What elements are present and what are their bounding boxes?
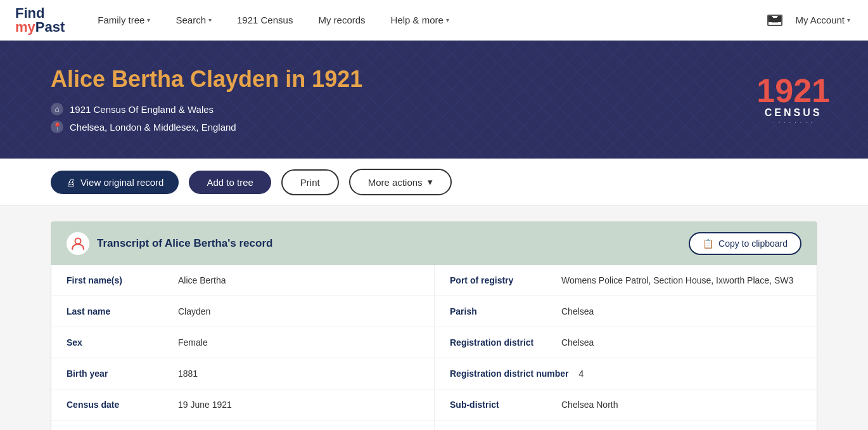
action-bar: 🖨 View original record Add to tree Print… (0, 159, 868, 206)
chevron-down-icon: ▾ (446, 16, 449, 23)
table-row: Census date 19 June 1921 (51, 389, 434, 420)
table-row: First name(s) Alice Bertha (51, 265, 434, 296)
transcript-title: Transcript of Alice Bertha's record (97, 237, 272, 250)
nav-item-search[interactable]: Search ▾ (163, 0, 224, 41)
add-to-tree-button[interactable]: Add to tree (189, 171, 271, 194)
hero-banner: Alice Bertha Clayden in 1921 ⌂ 1921 Cens… (0, 41, 868, 159)
svg-point-0 (75, 238, 81, 244)
table-row: Parish Chelsea (435, 296, 817, 327)
chevron-down-icon: ▾ (428, 176, 433, 188)
hero-title: Alice Bertha Clayden in 1921 (51, 66, 817, 93)
nav-item-help-more[interactable]: Help & more ▾ (378, 0, 462, 41)
table-row: Sex Female (51, 327, 434, 358)
nav-right: ✉ My Account ▾ (767, 0, 853, 41)
table-row: Port of registry Womens Police Patrol, S… (435, 265, 817, 296)
view-original-record-button[interactable]: 🖨 View original record (51, 171, 179, 194)
nav-item-my-records[interactable]: My records (305, 0, 378, 41)
navbar: Find my Past Family tree ▾ Search ▾ (0, 0, 868, 41)
home-icon: ⌂ (51, 103, 63, 115)
nav-item-my-account[interactable]: My Account ▾ (793, 0, 853, 41)
chevron-down-icon: ▾ (147, 16, 150, 23)
transcript-title-area: Transcript of Alice Bertha's record (67, 232, 272, 255)
print-button[interactable]: Print (281, 169, 339, 195)
table-row: Birth year 1881 (51, 358, 434, 389)
logo-find: Find (15, 6, 44, 20)
logo-past: Past (35, 20, 65, 34)
data-right-column: Port of registry Womens Police Patrol, S… (434, 265, 817, 430)
chevron-down-icon: ▾ (208, 16, 212, 23)
table-row: Age in years 39 (51, 420, 434, 430)
logo[interactable]: Find my Past (15, 6, 65, 34)
nav-item-family-tree[interactable]: Family tree ▾ (85, 0, 163, 41)
table-row: Sub-district number 1 (435, 420, 817, 430)
copy-to-clipboard-button[interactable]: 📋 Copy to clipboard (689, 232, 801, 255)
nav-item-1921-census[interactable]: 1921 Census (224, 0, 305, 41)
nav-items: Family tree ▾ Search ▾ 1921 Census My re… (85, 0, 767, 41)
table-row: Registration district number 4 (435, 358, 817, 389)
transcript-data-table: First name(s) Alice Bertha Last name Cla… (51, 265, 817, 430)
mail-icon[interactable]: ✉ (767, 15, 782, 26)
location-icon: 📍 (51, 121, 63, 133)
table-row: Last name Clayden (51, 296, 434, 327)
more-actions-button[interactable]: More actions ▾ (349, 169, 452, 195)
chevron-down-icon: ▾ (847, 16, 850, 23)
hero-location: 📍 Chelsea, London & Middlesex, England (51, 121, 817, 133)
table-row: Sub-district Chelsea North (435, 389, 817, 420)
document-icon: 🖨 (66, 177, 75, 188)
hero-content: Alice Bertha Clayden in 1921 ⌂ 1921 Cens… (51, 66, 817, 133)
table-row: Registration district Chelsea (435, 327, 817, 358)
hero-meta: ⌂ 1921 Census Of England & Wales 📍 Chels… (51, 103, 817, 133)
person-icon (67, 232, 89, 255)
clipboard-icon: 📋 (703, 238, 713, 249)
transcript-header: Transcript of Alice Bertha's record 📋 Co… (51, 222, 817, 265)
hero-collection: ⌂ 1921 Census Of England & Wales (51, 103, 817, 115)
data-left-column: First name(s) Alice Bertha Last name Cla… (51, 265, 434, 430)
logo-my: my (15, 20, 35, 34)
transcript-section: Transcript of Alice Bertha's record 📋 Co… (51, 221, 817, 430)
